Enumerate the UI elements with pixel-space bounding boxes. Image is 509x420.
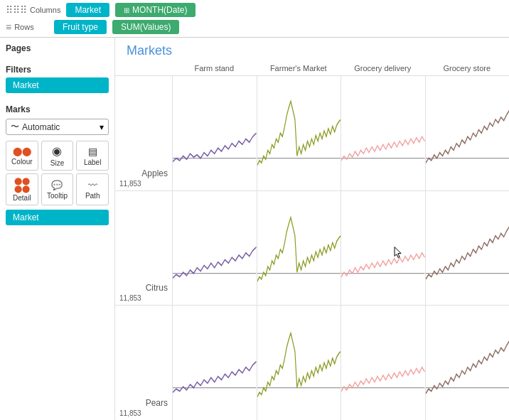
columns-icon: ⠿⠿⠿ xyxy=(6,4,27,16)
wave-icon: 〜 xyxy=(11,121,19,133)
marks-type-select[interactable]: 〜 Automatic ▾ xyxy=(6,119,109,135)
citrus-label: Citrus xyxy=(119,283,168,294)
market-pill[interactable]: Market xyxy=(66,3,109,17)
marks-icons-grid: ⬤⬤ Colour ◉ Size ▤ Label ⬤⬤⬤⬤ Detail xyxy=(6,141,109,205)
path-button[interactable]: 〰 Path xyxy=(76,173,109,205)
detail-button[interactable]: ⬤⬤⬤⬤ Detail xyxy=(6,173,38,205)
apples-row: Apples 11,853 xyxy=(115,76,509,191)
col-header-farmers-market: Farmer's Market xyxy=(257,61,341,75)
detail-icon: ⬤⬤⬤⬤ xyxy=(14,177,30,193)
col-header-grocery-store: Grocery store xyxy=(425,61,510,75)
sum-values-pill[interactable]: SUM(Values) xyxy=(112,20,179,34)
label-icon: ▤ xyxy=(88,146,97,157)
citrus-grocery-store-chart xyxy=(425,191,510,306)
chart-rows: Apples 11,853 xyxy=(115,76,509,420)
tooltip-icon: 💬 xyxy=(51,180,63,190)
pears-row: Pears 11,853 xyxy=(115,306,509,420)
citrus-grocery-delivery-chart xyxy=(341,191,425,306)
marks-type-label: 〜 Automatic xyxy=(11,121,60,133)
pears-value: 11,853 xyxy=(119,409,168,417)
size-icon: ◉ xyxy=(52,144,62,158)
pages-section: Pages xyxy=(6,43,109,56)
pears-farm-stand-chart xyxy=(172,306,257,420)
colour-button[interactable]: ⬤⬤ Colour xyxy=(6,141,38,171)
marks-type-text: Automatic xyxy=(22,122,60,132)
label-label: Label xyxy=(84,158,101,166)
chevron-down-icon: ▾ xyxy=(100,122,104,132)
columns-row: ⠿⠿⠿ Columns Market ⊞ MONTH(Date) xyxy=(6,3,503,17)
chart-area: Farm stand Farmer's Market Grocery deliv… xyxy=(115,61,509,420)
pears-grocery-delivery-chart xyxy=(341,306,425,420)
apples-label: Apples xyxy=(119,168,168,180)
columns-text: Columns xyxy=(30,6,60,14)
marks-title: Marks xyxy=(6,104,109,114)
content-area: Markets Farm stand Farmer's Market Groce… xyxy=(115,38,509,420)
apples-label-area: Apples 11,853 xyxy=(115,76,172,190)
columns-label: ⠿⠿⠿ Columns xyxy=(6,4,60,16)
apples-farm-stand-chart xyxy=(172,76,257,190)
colour-icon: ⬤⬤ xyxy=(13,146,31,156)
pears-label-area: Pears 11,853 xyxy=(115,306,172,420)
pears-label: Pears xyxy=(119,398,168,409)
rows-label: ≡ Rows xyxy=(6,21,48,33)
citrus-value: 11,853 xyxy=(119,294,168,302)
toolbar: ⠿⠿⠿ Columns Market ⊞ MONTH(Date) ≡ Rows … xyxy=(0,0,509,38)
apples-grocery-delivery-chart xyxy=(341,76,425,190)
label-button[interactable]: ▤ Label xyxy=(76,141,109,171)
col-header-grocery-delivery: Grocery delivery xyxy=(341,61,425,75)
citrus-charts xyxy=(172,191,509,306)
path-icon: 〰 xyxy=(88,180,97,190)
pears-charts xyxy=(172,306,509,420)
tooltip-button[interactable]: 💬 Tooltip xyxy=(41,173,74,205)
chart-column-headers: Farm stand Farmer's Market Grocery deliv… xyxy=(115,61,509,76)
chart-title: Markets xyxy=(115,38,509,61)
apples-charts xyxy=(172,76,509,190)
sidebar: Pages Filters Market Marks 〜 Automatic ▾… xyxy=(0,38,115,420)
tooltip-label: Tooltip xyxy=(47,192,68,200)
colour-label: Colour xyxy=(11,158,32,166)
fruit-type-pill[interactable]: Fruit type xyxy=(54,20,107,34)
citrus-farmers-market-chart xyxy=(257,191,341,306)
citrus-label-area: Citrus 11,853 xyxy=(115,191,172,306)
apples-farmers-market-chart xyxy=(257,76,341,190)
filters-section: Filters Market xyxy=(6,65,109,96)
detail-label: Detail xyxy=(13,194,31,202)
col-header-farm-stand: Farm stand xyxy=(172,61,257,75)
citrus-row: Citrus 11,853 xyxy=(115,191,509,306)
marks-section: Marks 〜 Automatic ▾ ⬤⬤ Colour ◉ Size xyxy=(6,104,109,228)
path-label: Path xyxy=(85,192,100,200)
filters-title: Filters xyxy=(6,65,109,75)
main-area: Pages Filters Market Marks 〜 Automatic ▾… xyxy=(0,38,509,420)
app-container: ⠿⠿⠿ Columns Market ⊞ MONTH(Date) ≡ Rows … xyxy=(0,0,509,420)
filter-pill[interactable]: Market xyxy=(6,77,109,93)
pears-grocery-store-chart xyxy=(425,306,510,420)
month-date-pill[interactable]: ⊞ MONTH(Date) xyxy=(115,3,195,17)
citrus-farm-stand-chart xyxy=(172,191,257,306)
size-button[interactable]: ◉ Size xyxy=(41,141,74,171)
apples-value: 11,853 xyxy=(119,180,168,188)
apples-grocery-store-chart xyxy=(425,76,510,190)
rows-text: Rows xyxy=(14,23,34,31)
pears-farmers-market-chart xyxy=(257,306,341,420)
size-label: Size xyxy=(50,159,64,167)
rows-icon: ≡ xyxy=(6,21,11,33)
marks-pill[interactable]: Market xyxy=(6,210,109,225)
rows-row: ≡ Rows Fruit type SUM(Values) xyxy=(6,20,503,34)
pages-title: Pages xyxy=(6,43,109,53)
